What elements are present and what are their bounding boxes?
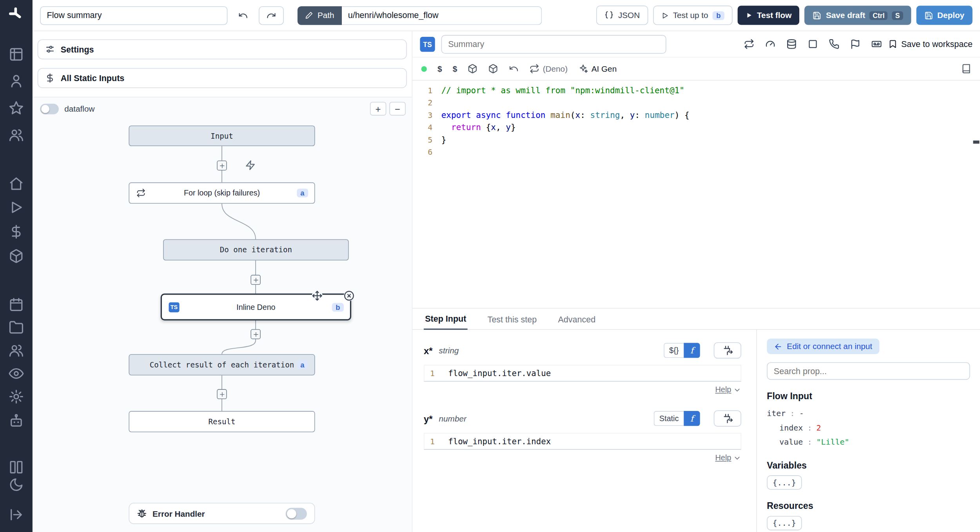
dollar-tool-2[interactable]: $ [453, 64, 457, 73]
node-collect[interactable]: Collect result of each iteration a [129, 354, 315, 375]
move-node-icon[interactable] [312, 290, 323, 301]
save-to-workspace-button[interactable]: Save to workspace [888, 39, 973, 49]
moon-icon[interactable] [9, 477, 24, 492]
test-flow-button[interactable]: Test flow [738, 5, 800, 25]
field-y-expr-editor[interactable]: 1 flow_input.iter.index [424, 433, 741, 450]
error-handler-toggle[interactable] [286, 507, 307, 519]
edit-or-connect-button[interactable]: Edit or connect an input [767, 338, 879, 354]
zoom-out-button[interactable]: − [389, 102, 405, 116]
users-icon[interactable] [9, 127, 24, 142]
expr-line-number: 1 [425, 436, 442, 446]
trigger-zap-icon[interactable] [245, 160, 256, 170]
node-forloop[interactable]: For loop (skip failures) a [129, 183, 315, 204]
prop-search-input[interactable] [767, 362, 970, 380]
node-iteration[interactable]: Do one iteration [163, 239, 349, 261]
field-x-mode-label[interactable]: ${} [664, 343, 684, 358]
flag-icon[interactable] [850, 39, 860, 49]
field-x-connect-button[interactable] [714, 342, 741, 358]
database-icon[interactable] [786, 39, 797, 49]
node-result[interactable]: Result [129, 411, 315, 432]
calendar-icon[interactable] [9, 297, 24, 312]
add-step-button-4[interactable] [217, 389, 227, 399]
prop-value[interactable]: value:"Lille" [767, 435, 970, 449]
help-link[interactable]: Help [715, 385, 731, 394]
dataflow-toggle[interactable] [40, 104, 59, 114]
table-icon[interactable] [9, 47, 24, 62]
test-up-to-button[interactable]: Test up to b [653, 5, 733, 25]
scrollbar-thumb[interactable] [973, 141, 979, 144]
user-icon[interactable] [9, 74, 24, 89]
all-static-inputs-label: All Static Inputs [61, 73, 125, 83]
flow-summary-input[interactable] [40, 6, 227, 25]
tab-test-this-step[interactable]: Test this step [486, 311, 538, 329]
field-y-connect-button[interactable] [714, 411, 741, 427]
bot-icon[interactable] [9, 413, 24, 428]
package-icon-1[interactable] [468, 64, 478, 74]
add-step-button-1[interactable] [217, 161, 227, 171]
settings-row[interactable]: Settings [38, 39, 407, 59]
deno-runtime-button[interactable]: (Deno) [530, 64, 568, 74]
package-icon-2[interactable] [488, 64, 499, 74]
path-group: Path [298, 6, 542, 25]
reset-icon[interactable] [509, 64, 519, 74]
box-icon[interactable] [9, 249, 24, 264]
field-x-expr-editor[interactable]: 1 flow_input.iter.value [424, 365, 741, 382]
windmill-logo[interactable] [8, 6, 23, 21]
error-handler-row[interactable]: Error Handler [129, 503, 315, 524]
dollar-tool-1[interactable]: $ [437, 64, 442, 73]
summary-input[interactable] [441, 34, 666, 53]
star-icon[interactable] [9, 101, 24, 116]
chevron-down-icon[interactable] [733, 386, 741, 394]
repeat-icon[interactable] [744, 39, 754, 49]
prop-index[interactable]: index:2 [767, 420, 970, 435]
field-y-fx-button[interactable]: f [684, 411, 700, 426]
json-button[interactable]: JSON [596, 5, 648, 25]
add-step-button-2[interactable] [250, 275, 261, 285]
tab-step-input[interactable]: Step Input [424, 310, 468, 329]
gear-icon[interactable] [9, 389, 24, 404]
chevron-down-icon[interactable] [733, 454, 741, 462]
all-static-inputs-row[interactable]: All Static Inputs [38, 68, 407, 88]
square-icon[interactable] [808, 39, 818, 49]
node-inline-deno[interactable]: TS Inline Deno b [161, 293, 351, 320]
redo-button[interactable] [259, 6, 284, 25]
panels-icon[interactable] [9, 460, 24, 474]
path-input[interactable] [342, 6, 542, 25]
loop-icon [136, 188, 146, 198]
eye-icon[interactable] [9, 366, 24, 381]
settings-label: Settings [61, 45, 94, 54]
delete-node-icon[interactable] [344, 290, 354, 301]
windmill-flow-editor: Path JSON Test up to b Test flow Save dr… [0, 0, 980, 532]
tape-icon[interactable] [871, 39, 882, 49]
undo-button[interactable] [232, 6, 254, 25]
save-icon [813, 11, 821, 20]
node-input[interactable]: Input [129, 125, 315, 146]
save-draft-button[interactable]: Save draft Ctrl S [805, 5, 911, 25]
add-step-button-3[interactable] [250, 329, 261, 339]
field-y-expr: flow_input.iter.index [448, 436, 551, 446]
code-editor[interactable]: 123456 // import * as wmill from "npm:wi… [412, 81, 980, 308]
field-x-mode-toggle: ${} f [664, 343, 700, 358]
field-x-fx-button[interactable]: f [684, 343, 700, 358]
home-icon[interactable] [9, 176, 24, 191]
gauge-icon[interactable] [765, 39, 775, 49]
play-icon[interactable] [9, 200, 24, 215]
prop-iter[interactable]: iter:- [767, 406, 970, 420]
folder-icon[interactable] [9, 320, 24, 335]
editor-ts-badge: TS [420, 36, 435, 51]
help-link[interactable]: Help [715, 454, 731, 462]
field-y-mode-label[interactable]: Static [653, 411, 684, 426]
variables-expand-button[interactable]: {...} [767, 475, 802, 490]
phone-icon[interactable] [829, 39, 839, 49]
resources-expand-button[interactable]: {...} [767, 516, 802, 530]
deploy-button[interactable]: Deploy [916, 5, 973, 25]
book-icon[interactable] [961, 64, 971, 74]
dollar-icon[interactable] [9, 224, 24, 239]
code-lines[interactable]: // import * as wmill from "npm:windmill-… [441, 84, 980, 307]
group-icon[interactable] [9, 343, 24, 358]
expand-icon[interactable] [9, 507, 24, 522]
path-button[interactable]: Path [298, 6, 342, 25]
tab-advanced[interactable]: Advanced [557, 311, 597, 329]
ai-gen-button[interactable]: AI Gen [578, 64, 617, 74]
zoom-in-button[interactable]: + [370, 102, 386, 116]
